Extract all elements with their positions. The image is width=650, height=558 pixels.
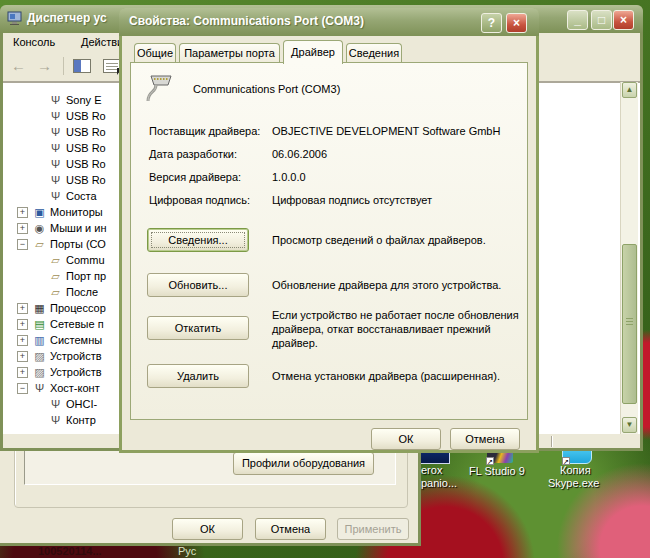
device-name: Communications Port (COM3) xyxy=(193,83,340,95)
action-description: Отмена установки драйвера (расширенная). xyxy=(272,369,524,383)
usb-icon: Ψ xyxy=(48,188,63,204)
roll-back-driver-button[interactable]: Откатить xyxy=(147,316,249,340)
tree-item-label: Порт пр xyxy=(66,268,106,284)
scroll-down-icon[interactable]: ▼ xyxy=(622,417,637,433)
usb-icon: Ψ xyxy=(48,92,63,108)
expand-toggle[interactable]: + xyxy=(17,223,28,234)
dialog-ok-button[interactable]: ОК xyxy=(371,428,441,450)
usb-icon: Ψ xyxy=(48,172,63,188)
tree-item-label: Хост-конт xyxy=(50,380,100,396)
action-description: Если устройство не работает после обновл… xyxy=(272,308,524,350)
tree-item-label: Контр xyxy=(66,412,96,428)
taskbar-file-label[interactable]: 100520114... xyxy=(38,545,102,557)
device-manager-app-icon xyxy=(7,11,23,26)
action-description: Просмотр сведений о файлах драйверов. xyxy=(272,233,524,247)
field-label: Дата разработки: xyxy=(149,148,237,160)
serial-port-icon: ▱ xyxy=(32,236,47,252)
com3-properties-dialog: Свойства: Communications Port (COM3) ? ×… xyxy=(119,8,539,453)
expand-toggle[interactable]: + xyxy=(17,351,28,362)
tree-item-label: USB Ro xyxy=(66,172,106,188)
expand-toggle[interactable]: + xyxy=(17,319,28,330)
system-device-icon: ▥ xyxy=(32,332,47,348)
minimize-button[interactable]: _ xyxy=(567,10,588,30)
serial-port-icon: ▱ xyxy=(48,268,63,284)
usb-icon: Ψ xyxy=(48,124,63,140)
forward-icon[interactable]: → xyxy=(37,57,52,74)
close-icon[interactable]: × xyxy=(506,13,527,33)
tab-general[interactable]: Общие xyxy=(134,43,176,63)
scroll-up-icon[interactable]: ▲ xyxy=(622,82,637,98)
usb-icon: Ψ xyxy=(48,156,63,172)
hardware-profiles-button[interactable]: Профили оборудования xyxy=(233,452,374,475)
expand-toggle[interactable]: − xyxy=(17,239,28,250)
tree-item-label: Порты (СО xyxy=(50,236,106,252)
network-adapter-icon: ▤ xyxy=(32,316,47,332)
menu-console[interactable]: Консоль xyxy=(13,36,55,48)
tree-scrollbar[interactable]: ▲ ▼ xyxy=(620,82,638,434)
console-tree-icon[interactable] xyxy=(73,59,91,73)
expand-toggle[interactable]: + xyxy=(17,207,28,218)
field-label: Поставщик драйвера: xyxy=(149,125,260,137)
field-label: Цифровая подпись: xyxy=(149,194,250,206)
uninstall-driver-button[interactable]: Удалить xyxy=(147,364,249,388)
screen: erox panio... ↗ FL Studio 9 ↗ Копия Skyp… xyxy=(0,0,650,558)
window-title: Диспетчер ус xyxy=(27,11,107,25)
field-value: 06.06.2006 xyxy=(272,148,327,160)
desktop-icon-label: erox xyxy=(421,464,442,476)
toolbar-separator xyxy=(63,57,64,75)
usb-icon: Ψ xyxy=(48,396,63,412)
tree-item-label: Commu xyxy=(66,252,105,268)
desktop-icon-label: Skype.exe xyxy=(548,477,599,489)
usb-icon: Ψ xyxy=(32,380,47,396)
sysprops-cancel-button[interactable]: Отмена xyxy=(255,518,326,540)
dialog-title: Свойства: Communications Port (COM3) xyxy=(129,14,364,28)
tree-item-label: Устройств xyxy=(50,348,102,364)
tree-item-label: USB Ro xyxy=(66,156,106,172)
tree-item-label: Процессор xyxy=(50,300,106,316)
tree-item-label: Sony E xyxy=(66,92,101,108)
status-bar-divider xyxy=(551,436,552,447)
field-value: OBJECTIVE DEVELOPMENT Software GmbH xyxy=(272,125,500,137)
back-icon[interactable]: ← xyxy=(11,57,26,74)
action-description: Обновление драйвера для этого устройства… xyxy=(272,278,524,292)
usb-icon: Ψ xyxy=(48,108,63,124)
menu-action[interactable]: Действи xyxy=(81,36,123,48)
dialog-cancel-button[interactable]: Отмена xyxy=(450,428,520,450)
update-driver-button[interactable]: Обновить... xyxy=(147,273,249,297)
cpu-icon: ▦ xyxy=(32,300,47,316)
usb-icon: Ψ xyxy=(48,140,63,156)
tree-item-label: USB Ro xyxy=(66,108,106,124)
tab-port-settings[interactable]: Параметры порта xyxy=(179,43,280,63)
driver-tab-page: Communications Port (COM3) Поставщик дра… xyxy=(130,62,528,420)
tree-item-label: USB Ro xyxy=(66,140,106,156)
maximize-button[interactable]: □ xyxy=(591,10,612,30)
expand-toggle[interactable]: − xyxy=(17,383,28,394)
field-label: Версия драйвера: xyxy=(149,171,241,183)
tree-item-label: Мониторы xyxy=(50,204,103,220)
tree-item-label: USB Ro xyxy=(66,124,106,140)
tree-item-label: Сетевые п xyxy=(50,316,104,332)
tree-item-label: OHCI- xyxy=(66,396,97,412)
language-indicator[interactable]: Рус xyxy=(178,545,196,557)
sysprops-ok-button[interactable]: ОК xyxy=(172,518,243,540)
close-button[interactable]: × xyxy=(613,10,634,30)
expand-toggle[interactable]: + xyxy=(17,367,28,378)
expand-toggle[interactable]: + xyxy=(17,303,28,314)
expand-toggle[interactable]: + xyxy=(17,335,28,346)
dialog-titlebar[interactable]: Свойства: Communications Port (COM3) ? × xyxy=(119,8,539,36)
mouse-icon: ◉ xyxy=(32,220,47,236)
tree-item-label: Устройств xyxy=(50,364,102,380)
help-icon[interactable]: ? xyxy=(481,13,502,33)
desktop-icon-label: Копия xyxy=(560,464,591,476)
tab-details[interactable]: Сведения xyxy=(346,43,402,63)
field-value: 1.0.0.0 xyxy=(272,171,306,183)
desktop-icon-skype[interactable]: ↗ Копия Skype.exe xyxy=(536,444,616,500)
serial-port-icon: ▱ xyxy=(48,284,63,300)
field-value: Цифровая подпись отсутствует xyxy=(272,194,432,206)
scrollbar-thumb[interactable] xyxy=(622,244,637,404)
sysprops-apply-button: Применить xyxy=(337,518,409,540)
tab-driver[interactable]: Драйвер xyxy=(283,40,343,64)
tree-item-label: Соста xyxy=(66,188,97,204)
driver-details-button[interactable]: Сведения... xyxy=(147,228,249,252)
shortcut-arrow-icon: ↗ xyxy=(486,457,494,465)
